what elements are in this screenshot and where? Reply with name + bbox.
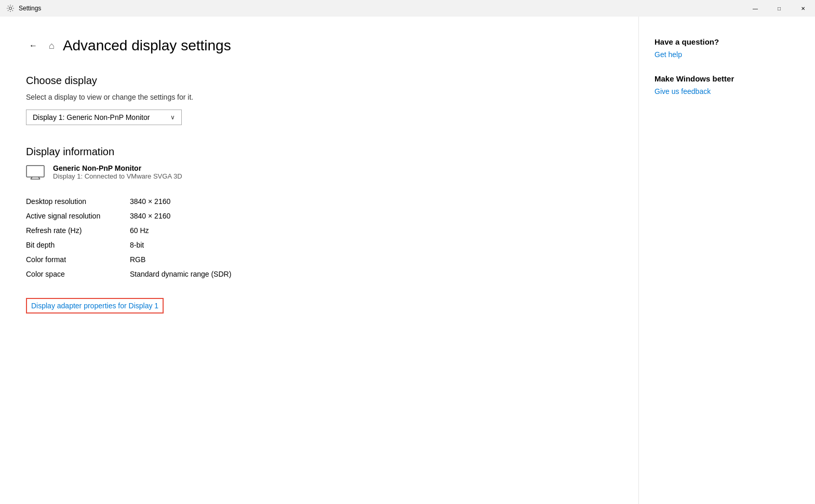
dropdown-value: Display 1: Generic Non-PnP Monitor <box>33 113 150 121</box>
choose-display-subtitle: Select a display to view or change the s… <box>26 93 612 101</box>
info-table: Desktop resolution 3840 × 2160 Active si… <box>26 194 612 281</box>
color-format-value: RGB <box>130 255 145 264</box>
display-adapter-link[interactable]: Display adapter properties for Display 1 <box>31 302 158 310</box>
monitor-name: Generic Non-PnP Monitor <box>53 164 182 172</box>
chevron-down-icon: ∨ <box>170 114 175 121</box>
maximize-button[interactable]: □ <box>767 0 791 17</box>
monitor-connection: Display 1: Connected to VMware SVGA 3D <box>53 172 182 180</box>
active-signal-resolution-label: Active signal resolution <box>26 212 130 220</box>
display-dropdown[interactable]: Display 1: Generic Non-PnP Monitor ∨ <box>26 110 182 125</box>
bit-depth-label: Bit depth <box>26 241 130 249</box>
back-button[interactable]: ← <box>26 38 41 53</box>
color-space-label: Color space <box>26 270 130 278</box>
choose-display-section: Choose display Select a display to view … <box>26 75 612 125</box>
refresh-rate-label: Refresh rate (Hz) <box>26 226 130 235</box>
table-row: Color format RGB <box>26 252 612 267</box>
adapter-link-box: Display adapter properties for Display 1 <box>26 298 164 314</box>
get-help-link[interactable]: Get help <box>654 50 799 59</box>
desktop-resolution-value: 3840 × 2160 <box>130 197 170 206</box>
svg-point-0 <box>9 7 12 10</box>
minimize-button[interactable]: — <box>743 0 767 17</box>
desktop-resolution-label: Desktop resolution <box>26 197 130 206</box>
titlebar-left: Settings <box>6 4 41 12</box>
titlebar-title: Settings <box>19 5 41 12</box>
page-header: ← ⌂ Advanced display settings <box>26 37 612 54</box>
display-information-section: Display information Generic Non-PnP Moni… <box>26 146 612 314</box>
help-panel: Have a question? Get help Make Windows b… <box>638 17 815 504</box>
active-signal-resolution-value: 3840 × 2160 <box>130 212 170 220</box>
refresh-rate-value: 60 Hz <box>130 226 149 235</box>
titlebar: Settings — □ ✕ <box>0 0 815 17</box>
monitor-icon <box>26 165 45 182</box>
make-windows-better: Make Windows better <box>654 74 799 83</box>
monitor-row: Generic Non-PnP Monitor Display 1: Conne… <box>26 164 612 182</box>
back-arrow-icon: ← <box>29 41 37 50</box>
settings-app-icon <box>6 4 15 12</box>
bit-depth-value: 8-bit <box>130 241 144 249</box>
table-row: Active signal resolution 3840 × 2160 <box>26 209 612 223</box>
page-title: Advanced display settings <box>63 37 231 54</box>
main-window: ← ⌂ Advanced display settings Choose dis… <box>0 17 815 504</box>
give-feedback-link[interactable]: Give us feedback <box>654 87 799 96</box>
help-question: Have a question? <box>654 37 799 46</box>
table-row: Bit depth 8-bit <box>26 238 612 252</box>
display-information-title: Display information <box>26 146 612 158</box>
color-format-label: Color format <box>26 255 130 264</box>
close-button[interactable]: ✕ <box>791 0 815 17</box>
table-row: Color space Standard dynamic range (SDR) <box>26 267 612 281</box>
choose-display-title: Choose display <box>26 75 612 87</box>
table-row: Refresh rate (Hz) 60 Hz <box>26 223 612 238</box>
svg-rect-1 <box>26 166 44 177</box>
home-icon: ⌂ <box>49 40 55 51</box>
content-area: ← ⌂ Advanced display settings Choose dis… <box>0 17 638 504</box>
titlebar-controls: — □ ✕ <box>743 0 815 17</box>
color-space-value: Standard dynamic range (SDR) <box>130 270 231 278</box>
monitor-info: Generic Non-PnP Monitor Display 1: Conne… <box>53 164 182 180</box>
table-row: Desktop resolution 3840 × 2160 <box>26 194 612 209</box>
